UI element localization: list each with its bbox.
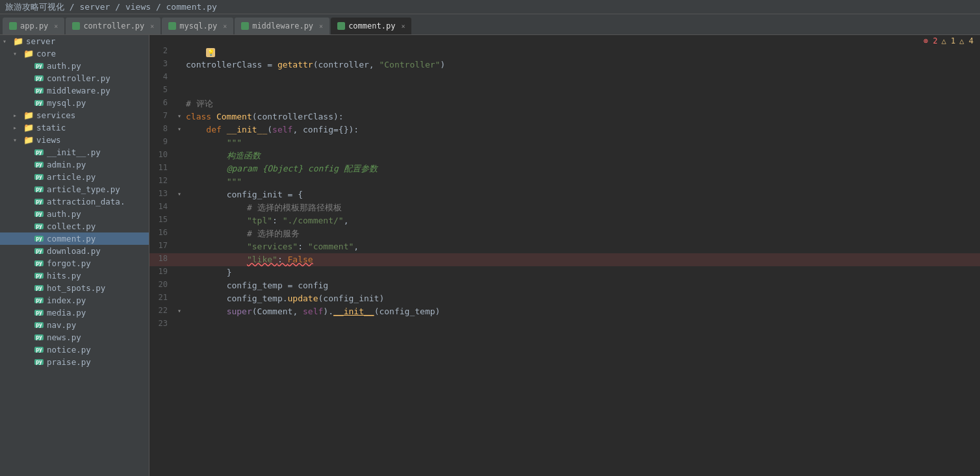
fold-arrow[interactable]: ▾: [177, 125, 181, 132]
line-number: 16: [149, 227, 175, 240]
fold-arrow[interactable]: ▾: [177, 112, 181, 119]
line-number: 14: [149, 201, 175, 214]
tab-close-mysql[interactable]: ×: [223, 23, 227, 30]
tab-app[interactable]: app.py ×: [3, 18, 64, 34]
tree-attraction[interactable]: py attraction_data.: [0, 195, 149, 208]
tree-services[interactable]: ▸ 📁 services: [0, 109, 149, 121]
tree-praise[interactable]: py praise.py: [0, 356, 149, 368]
gutter-mark: [175, 318, 183, 331]
tree-views[interactable]: ▾ 📁 views: [0, 134, 149, 146]
tree-mysql[interactable]: py mysql.py: [0, 97, 149, 109]
line-row: 8 ▾ def __init__(self, config={}):: [149, 123, 980, 136]
line-row: 20 config_temp = config: [149, 279, 980, 292]
gutter-mark: [175, 279, 183, 292]
line-code: 💡: [183, 45, 980, 58]
line-code: # 选择的模板那路径模板: [183, 201, 980, 214]
index-label: index.py: [47, 295, 86, 305]
line-number: 23: [149, 318, 175, 331]
tab-mysql[interactable]: mysql.py ×: [162, 18, 233, 34]
tree-index[interactable]: py index.py: [0, 294, 149, 307]
tab-label-middleware: middleware.py: [252, 21, 313, 31]
tab-middleware[interactable]: middleware.py ×: [235, 18, 329, 34]
gutter-mark: [175, 71, 183, 84]
file-icon-download: py: [34, 247, 44, 256]
line-row: 7 ▾ class Comment(controllerClass):: [149, 110, 980, 123]
gutter-mark: ▾: [175, 305, 183, 318]
tree-controller[interactable]: py controller.py: [0, 72, 149, 84]
chevron-views: ▾: [13, 136, 23, 144]
tree-admin[interactable]: py admin.py: [0, 158, 149, 171]
line-code: super(Comment, self).__init__(config_tem…: [183, 305, 980, 318]
tree-article[interactable]: py article.py: [0, 171, 149, 183]
tree-article-type[interactable]: py article_type.py: [0, 183, 149, 195]
line-code: 构造函数: [183, 149, 980, 162]
gutter-mark: [175, 97, 183, 110]
file-icon-article: py: [34, 173, 44, 182]
line-number: 11: [149, 162, 175, 175]
tree-auth[interactable]: py auth.py: [0, 60, 149, 72]
tab-controller[interactable]: controller.py ×: [66, 18, 161, 34]
tree-server[interactable]: ▾ 📁 server: [0, 35, 149, 47]
line-number: 20: [149, 279, 175, 292]
tree-media[interactable]: py media.py: [0, 307, 149, 319]
line-row: 14 # 选择的模板那路径模板: [149, 201, 980, 214]
line-number: 4: [149, 71, 175, 84]
tree-middleware[interactable]: py middleware.py: [0, 84, 149, 97]
line-code: def __init__(self, config={}):: [183, 123, 980, 136]
tree-download[interactable]: py download.py: [0, 245, 149, 257]
tree-collect[interactable]: py collect.py: [0, 220, 149, 232]
tree-notice[interactable]: py notice.py: [0, 344, 149, 356]
file-icon-hits: py: [34, 271, 44, 281]
line-code: [183, 318, 980, 331]
media-label: media.py: [47, 308, 86, 318]
line-code: "services": "comment",: [183, 240, 980, 253]
tab-comment[interactable]: comment.py ×: [331, 18, 411, 34]
info-count: △ 4: [959, 36, 974, 45]
tree-nav[interactable]: py nav.py: [0, 319, 149, 331]
line-row: 2 💡: [149, 45, 980, 58]
tab-close-comment[interactable]: ×: [401, 23, 405, 30]
folder-icon-services: 📁: [23, 111, 34, 120]
services-label: services: [36, 110, 75, 120]
tab-close-controller[interactable]: ×: [150, 23, 154, 30]
line-number: 17: [149, 240, 175, 253]
tree-init[interactable]: py __init__.py: [0, 146, 149, 158]
fold-arrow[interactable]: ▾: [177, 307, 181, 314]
chevron-static: ▸: [13, 124, 23, 131]
gutter-mark: ▾: [175, 123, 183, 136]
file-icon-notice: py: [34, 345, 44, 355]
file-icon-news: py: [34, 333, 44, 342]
line-row: 5: [149, 84, 980, 97]
gutter-mark: [175, 266, 183, 279]
tree-core[interactable]: ▾ 📁 core: [0, 47, 149, 60]
tree-hot-spots[interactable]: py hot_spots.py: [0, 282, 149, 294]
fold-arrow[interactable]: ▾: [177, 190, 181, 197]
line-row: 12 """: [149, 175, 980, 188]
file-icon-nav: py: [34, 321, 44, 330]
tree-comment[interactable]: py comment.py: [0, 232, 149, 245]
tab-label-comment: comment.py: [348, 21, 395, 31]
code-editor[interactable]: ⊗ 2 △ 1 △ 4 1 from core import controlle…: [149, 35, 980, 476]
line-code: # 选择的服务: [183, 227, 980, 240]
gutter-mark: ▾: [175, 110, 183, 123]
line-code: config_temp = config: [183, 279, 980, 292]
tree-news[interactable]: py news.py: [0, 331, 149, 344]
tree-static[interactable]: ▸ 📁 static: [0, 121, 149, 134]
tree-forgot[interactable]: py forgot.py: [0, 257, 149, 269]
line-number: 2: [149, 45, 175, 58]
line-code: "tpl": "./comment/",: [183, 214, 980, 227]
tab-close-middleware[interactable]: ×: [319, 23, 323, 30]
file-icon-praise: py: [34, 358, 44, 367]
code-table: 1 from core import controller 2 💡 3 cont…: [149, 35, 980, 331]
line-row: 18 "like": False: [149, 253, 980, 266]
tab-close-app[interactable]: ×: [54, 23, 58, 30]
line-row: 3 controllerClass = getattr(controller, …: [149, 58, 980, 71]
tree-hits[interactable]: py hits.py: [0, 269, 149, 282]
file-icon-hot-spots: py: [34, 284, 44, 293]
gutter-mark: ▾: [175, 188, 183, 201]
file-icon-init: py: [34, 148, 44, 157]
gutter-mark: [175, 162, 183, 175]
tab-label-mysql: mysql.py: [179, 21, 217, 31]
tree-auth-view[interactable]: py auth.py: [0, 208, 149, 220]
gutter-mark: [175, 175, 183, 188]
